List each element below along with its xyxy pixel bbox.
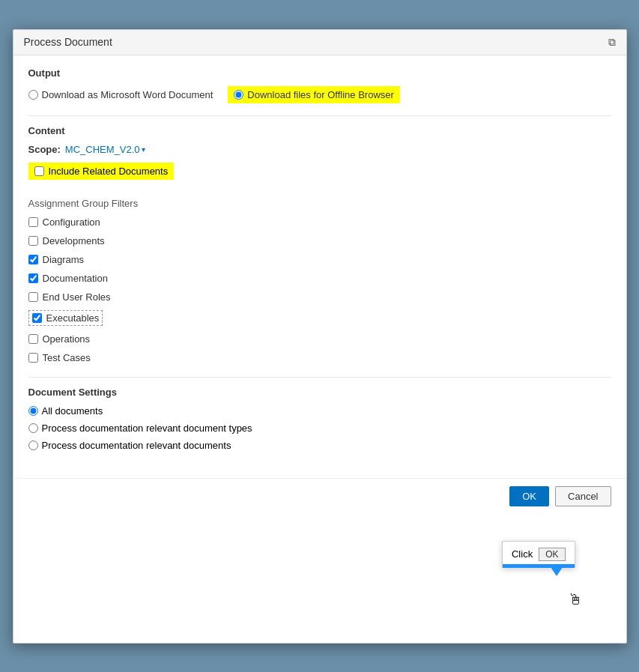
doc-relevant-label: Process documentation relevant documents (42, 440, 231, 451)
assignment-group-title: Assignment Group Filters (28, 198, 611, 209)
word-doc-option[interactable]: Download as Microsoft Word Document (28, 89, 213, 100)
all-docs-option[interactable]: All documents (28, 405, 611, 417)
configuration-label: Configuration (43, 217, 100, 228)
word-doc-radio[interactable] (28, 90, 38, 100)
output-radio-row: Download as Microsoft Word Document Down… (28, 86, 611, 103)
all-docs-radio[interactable] (28, 406, 38, 416)
include-related-container[interactable]: Include Related Documents (28, 163, 175, 180)
dialog-footer: OK Cancel (13, 478, 626, 514)
offline-browser-radio[interactable] (234, 90, 243, 100)
checkbox-end-user-roles: End User Roles (28, 290, 611, 304)
include-related-checkbox[interactable] (34, 166, 44, 176)
scope-value-text: MC_CHEM_V2.0 (65, 144, 140, 155)
doc-types-label: Process documentation relevant document … (42, 423, 252, 434)
end-user-roles-label: End User Roles (43, 291, 111, 303)
configuration-checkbox[interactable] (28, 217, 38, 227)
document-settings-title: Document Settings (28, 387, 611, 398)
scope-row: Scope: MC_CHEM_V2.0 ▾ (28, 144, 611, 155)
checkbox-developments: Developments (28, 234, 611, 248)
assignment-group-section: Assignment Group Filters Configuration D… (28, 198, 611, 365)
scope-dropdown[interactable]: MC_CHEM_V2.0 ▾ (65, 144, 145, 155)
checkbox-documentation: Documentation (28, 271, 611, 285)
word-doc-label: Download as Microsoft Word Document (42, 89, 213, 100)
offline-browser-option[interactable]: Download files for Offline Browser (228, 86, 400, 103)
executables-label: Executables (46, 312, 100, 324)
operations-label: Operations (43, 333, 91, 345)
cursor-indicator: 🖱 (568, 591, 583, 608)
checkbox-executables: Executables (28, 309, 611, 327)
documentation-checkbox[interactable] (28, 273, 38, 283)
operations-checkbox[interactable] (28, 334, 38, 344)
scope-label: Scope: (28, 144, 61, 155)
tooltip-popup: Click OK (502, 541, 575, 568)
diagrams-checkbox[interactable] (28, 255, 38, 264)
content-section: Content Scope: MC_CHEM_V2.0 ▾ Include Re… (28, 125, 611, 189)
developments-checkbox[interactable] (28, 236, 38, 246)
doc-relevant-option[interactable]: Process documentation relevant documents (28, 440, 611, 451)
doc-types-radio[interactable] (28, 423, 38, 433)
include-related-label: Include Related Documents (49, 166, 169, 177)
document-settings-section: Document Settings All documents Process … (28, 387, 611, 451)
external-link-icon[interactable]: ⧉ (608, 36, 616, 49)
end-user-roles-checkbox[interactable] (28, 292, 38, 302)
tooltip-text: Click (512, 548, 533, 560)
checkbox-test-cases: Test Cases (28, 351, 611, 365)
output-section: Output Download as Microsoft Word Docume… (28, 67, 611, 103)
checkbox-configuration: Configuration (28, 215, 611, 229)
test-cases-checkbox[interactable] (28, 353, 38, 363)
all-docs-label: All documents (42, 405, 103, 417)
tooltip-ok-button[interactable]: OK (539, 548, 565, 561)
doc-types-option[interactable]: Process documentation relevant document … (28, 423, 611, 434)
dialog-header: Process Document ⧉ (13, 30, 626, 55)
doc-relevant-radio[interactable] (28, 441, 38, 450)
dialog-body: Output Download as Microsoft Word Docume… (13, 55, 626, 478)
diagrams-label: Diagrams (43, 254, 85, 265)
test-cases-label: Test Cases (43, 352, 91, 363)
documentation-label: Documentation (43, 273, 108, 284)
document-settings-radio-group: All documents Process documentation rele… (28, 405, 611, 451)
content-title: Content (28, 125, 611, 136)
checkbox-operations: Operations (28, 332, 611, 346)
ok-button[interactable]: OK (509, 486, 549, 506)
cancel-button[interactable]: Cancel (555, 486, 611, 506)
output-title: Output (28, 67, 611, 79)
developments-label: Developments (43, 235, 105, 246)
executables-checkbox[interactable] (32, 313, 42, 323)
scope-chevron-icon: ▾ (142, 145, 145, 154)
dialog-title: Process Document (24, 36, 112, 48)
checkbox-diagrams: Diagrams (28, 252, 611, 267)
executables-highlighted[interactable]: Executables (28, 310, 103, 326)
process-document-dialog: Process Document ⧉ Output Download as Mi… (13, 29, 627, 644)
offline-browser-label: Download files for Offline Browser (247, 89, 394, 100)
tooltip-arrow (551, 567, 563, 576)
